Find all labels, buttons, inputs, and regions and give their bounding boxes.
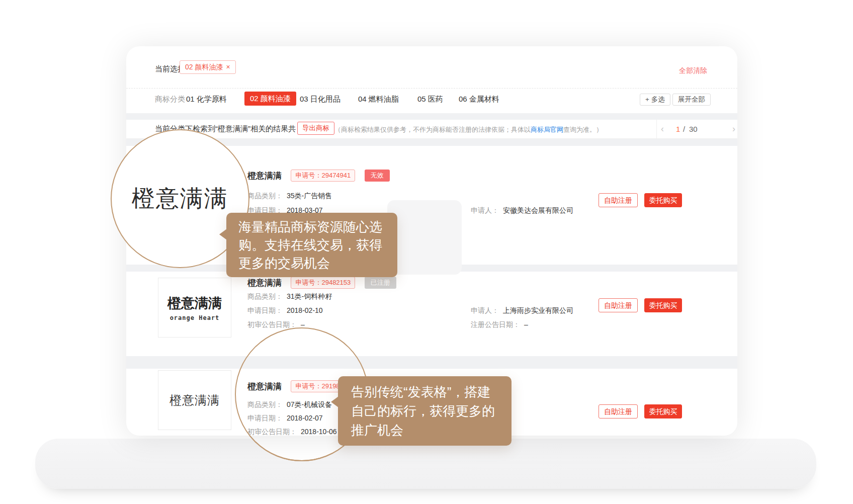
tooltip-line: 更多的交易机会 — [238, 254, 385, 272]
field-label: 申请日期： — [247, 306, 283, 314]
tooltip-promotion: 告别传统“发表格”，搭建 自己的标行，获得更多的 推广机会 — [338, 376, 511, 446]
divider — [126, 88, 737, 89]
export-trademarks-button[interactable]: 导出商标 — [297, 122, 334, 135]
trademark-image: 橙意满满 — [158, 370, 231, 430]
selected-filter-tag-text: 02 颜料油漆 — [185, 63, 223, 71]
total-pages: 30 — [689, 125, 698, 133]
field-value: – — [524, 320, 528, 328]
prev-page-icon[interactable]: ‹ — [661, 124, 664, 134]
pagination: ‹ 1 / 30 › — [656, 120, 737, 139]
application-number-label: 申请号： — [295, 279, 321, 286]
selected-filter-tag[interactable]: 02 颜料油漆× — [180, 60, 236, 74]
category-item-03[interactable]: 03 日化用品 — [300, 95, 340, 104]
field-value: – — [301, 320, 305, 328]
trademark-image-subtext: orange Heart — [170, 314, 220, 321]
tooltip-line: 告别传统“发表格”，搭建 — [351, 382, 498, 401]
field-label: 申请人： — [471, 306, 499, 314]
disclaimer-text: （商标检索结果仅供参考，不作为商标能否注册的法律依据；具体以 — [334, 126, 531, 133]
entrust-purchase-button[interactable]: 委托购买 — [644, 298, 682, 312]
tooltip-line: 推广机会 — [351, 421, 498, 440]
status-badge: 已注册 — [365, 277, 396, 289]
trademark-office-link[interactable]: 商标局官网 — [531, 126, 563, 133]
trademark-name: 橙意满满 — [247, 171, 282, 181]
field-value: 2018-02-10 — [287, 306, 323, 314]
page: 当前选择 02 颜料油漆× 全部清除 商标分类 01 化学原料 02 颜料油漆 … — [0, 0, 853, 504]
multi-select-button[interactable]: + 多选 — [640, 94, 670, 106]
self-register-button[interactable]: 自助注册 — [599, 193, 638, 207]
tooltip-shadow-card — [387, 200, 462, 275]
trademark-name: 橙意满满 — [247, 382, 282, 391]
current-page: 1 — [676, 125, 680, 133]
category-item-05[interactable]: 05 医药 — [417, 95, 443, 104]
field-label: 商品类别： — [247, 292, 283, 300]
tooltip-marketplace: 海量精品商标资源随心选 购。支持在线交易，获得 更多的交易机会 — [226, 213, 397, 277]
laptop-base — [35, 439, 816, 489]
results-header: 当前分类下检索到“橙意满满”相关的结果共28 个 导出商标 （商标检索结果仅供参… — [126, 120, 737, 139]
tooltip-line: 自己的标行，获得更多的 — [351, 401, 498, 421]
summary-mid: ”相关的结果共 — [248, 124, 296, 133]
category-bar-label: 商标分类 — [155, 95, 185, 104]
magnified-trademark-text: 橙意满满 — [132, 183, 228, 214]
category-item-01[interactable]: 01 化学原料 — [186, 95, 227, 104]
field-label: 申请人： — [471, 206, 499, 214]
entrust-purchase-button[interactable]: 委托购买 — [644, 193, 682, 207]
field-label: 申请日期： — [247, 414, 283, 422]
application-number-tag: 申请号：29474941 — [291, 170, 355, 182]
application-number-label: 申请号： — [295, 382, 321, 390]
field-line: 商品类别：35类-广告销售 — [247, 192, 332, 201]
table-row: 橙意满满 orange Heart 橙意满满 申请号：29482153 已注册 … — [126, 272, 737, 356]
disclaimer: （商标检索结果仅供参考，不作为商标能否注册的法律依据；具体以商标局官网查询为准。… — [334, 125, 603, 134]
page-divider: / — [683, 125, 685, 133]
expand-all-button[interactable]: 展开全部 — [672, 94, 711, 106]
disclaimer-text-end: 查询为准。） — [563, 126, 603, 133]
application-number-tag: 申请号：29482153 — [291, 277, 355, 289]
field-label: 注册公告日期： — [471, 320, 520, 328]
summary-keyword: 橙意满满 — [218, 124, 248, 133]
field-label: 商品类别： — [247, 400, 283, 408]
clear-all-link[interactable]: 全部清除 — [679, 66, 707, 75]
tooltip-line: 海量精品商标资源随心选 — [238, 218, 385, 236]
field-value: 35类-广告销售 — [287, 192, 332, 200]
application-number-label: 申请号： — [295, 172, 321, 179]
application-number: 29474941 — [321, 172, 351, 179]
field-line: 商品类别：07类-机械设备 — [247, 400, 332, 409]
field-value: 31类-饲料种籽 — [287, 292, 332, 300]
trademark-image-text: 橙意满满 — [167, 294, 222, 312]
category-item-06[interactable]: 06 金属材料 — [459, 95, 499, 104]
field-label: 初审公告日期： — [247, 320, 297, 328]
field-line: 初审公告日期：2018-10-06 — [247, 428, 337, 436]
category-item-02-selected[interactable]: 02 颜料油漆 — [244, 92, 296, 106]
close-icon[interactable]: × — [226, 63, 230, 71]
field-line: 商品类别：31类-饲料种籽 — [247, 292, 332, 301]
application-number: 29482153 — [321, 279, 351, 286]
trademark-name: 橙意满满 — [247, 278, 282, 288]
trademark-image-text: 橙意满满 — [169, 392, 220, 408]
field-line: 申请日期：2018-02-07 — [247, 414, 323, 423]
self-register-button[interactable]: 自助注册 — [599, 404, 638, 418]
field-value: 2018-02-07 — [287, 414, 323, 422]
trademark-name-line: 橙意满满 申请号：29482153 已注册 — [247, 277, 396, 289]
next-page-icon[interactable]: › — [732, 124, 735, 134]
trademark-name-line: 橙意满满 申请号：29474941 无效 — [247, 170, 390, 182]
field-line: 初审公告日期：– 注册公告日期：– — [247, 320, 737, 329]
field-col2: 申请人：安徽美达会展有限公司 — [471, 206, 573, 215]
field-value: 2018-10-06 — [301, 428, 337, 436]
field-value: 07类-机械设备 — [287, 400, 332, 408]
status-badge: 无效 — [365, 170, 390, 182]
field-label: 商品类别： — [247, 192, 283, 200]
trademark-image: 橙意满满 orange Heart — [158, 278, 231, 338]
field-value: 上海雨步实业有限公司 — [503, 306, 573, 314]
self-register-button[interactable]: 自助注册 — [599, 298, 638, 312]
field-col2: 注册公告日期：– — [471, 320, 528, 329]
field-col2: 申请人：上海雨步实业有限公司 — [471, 306, 573, 315]
tooltip-line: 购。支持在线交易，获得 — [238, 236, 385, 254]
category-item-04[interactable]: 04 燃料油脂 — [358, 95, 399, 104]
field-label: 初审公告日期： — [247, 428, 297, 436]
field-value: 安徽美达会展有限公司 — [503, 206, 573, 214]
entrust-purchase-button[interactable]: 委托购买 — [644, 404, 682, 418]
